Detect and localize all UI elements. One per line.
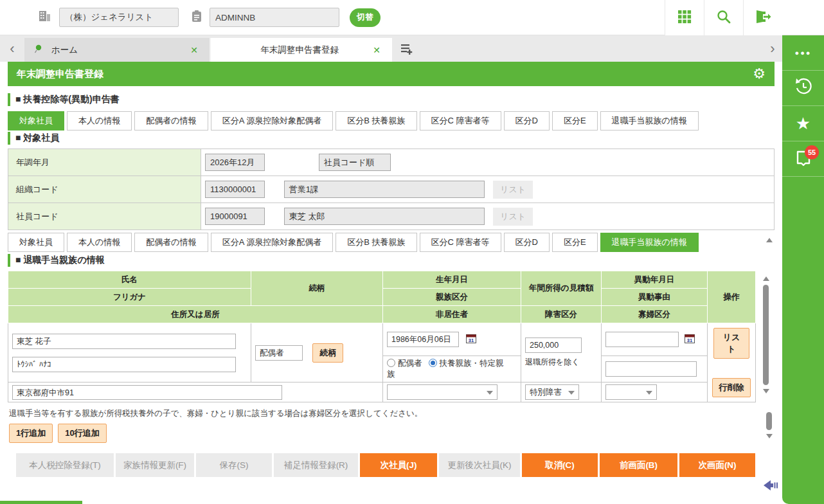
rail-notifications-button[interactable]: 55	[782, 141, 824, 177]
add-ten-rows-button[interactable]: 10行追加	[58, 424, 106, 443]
subtab-kubun-b[interactable]: 区分B 扶養親族	[336, 111, 416, 130]
subtab-taishoku-2[interactable]: 退職手当親族の情報	[600, 233, 699, 252]
close-icon[interactable]: ✕	[370, 45, 383, 55]
change-reason-input[interactable]	[605, 361, 697, 377]
horizontal-scrollbar-thumb[interactable]	[0, 501, 82, 504]
subtab-kubun-a-2[interactable]: 区分A 源泉控除対象配偶者	[211, 233, 334, 252]
nonresident-select[interactable]	[387, 384, 497, 400]
subtab-kubun-e-2[interactable]: 区分E	[552, 233, 598, 252]
search-button[interactable]	[704, 0, 743, 35]
shain-list-button: リスト	[493, 208, 533, 226]
subtab-honnin[interactable]: 本人の情報	[67, 111, 132, 130]
rail-more-button[interactable]: ●●●	[782, 35, 824, 71]
subtab-row-bottom: 対象社員 本人の情報 配偶者の情報 区分A 源泉控除対象配偶者 区分B 扶養親族…	[8, 233, 775, 252]
subtab-kubun-e[interactable]: 区分E	[552, 111, 598, 130]
svg-text:31: 31	[469, 338, 474, 343]
cancel-button[interactable]: 取消(C)	[522, 453, 598, 477]
supplement-register-button: 補足情報登録(R)	[274, 453, 358, 477]
next-employee-button[interactable]: 次社員(J)	[360, 453, 437, 477]
outer-scroll-down-arrow[interactable]	[766, 434, 773, 438]
page-title-bar: 年末調整申告書登録 ⚙	[8, 62, 775, 86]
subtab-kubun-c[interactable]: 区分C 障害者等	[420, 111, 501, 130]
relation-lookup-button[interactable]: 続柄	[312, 343, 343, 363]
switch-button[interactable]: 切替	[350, 8, 381, 27]
calendar-icon[interactable]: 31	[466, 336, 476, 345]
collapse-panel-arrow-icon[interactable]	[764, 479, 780, 494]
footer-button-bar: 本人税控除登録(T) 家族情報更新(F) 保存(S) 補足情報登録(R) 次社員…	[16, 453, 775, 477]
col-nonresident: 非居住者	[383, 306, 521, 323]
birthdate-input[interactable]: 1986年06月06日	[387, 332, 459, 347]
name-input[interactable]: 東芝 花子	[12, 334, 236, 349]
tab-home[interactable]: ホーム ✕	[24, 38, 211, 62]
kinship-radio-spouse[interactable]	[387, 359, 395, 367]
kinship-radio-dependent[interactable]	[429, 359, 437, 367]
subtab-taishoku[interactable]: 退職手当親族の情報	[600, 111, 699, 130]
kinship-radio-spouse-label: 配偶者	[398, 359, 422, 368]
shain-code-field: 19000091	[205, 208, 265, 225]
col-birth: 生年月日	[383, 271, 521, 289]
row-list-button[interactable]: リスト	[713, 328, 749, 359]
calendar-icon[interactable]: 31	[685, 336, 695, 345]
subtab-taisho-shain-2[interactable]: 対象社員	[8, 233, 64, 252]
family-info-update-button: 家族情報更新(F)	[116, 453, 194, 477]
subtab-haigusha[interactable]: 配偶者の情報	[134, 111, 208, 130]
ellipsis-icon: ●●●	[795, 49, 812, 57]
tab-nenmatsu[interactable]: 年末調整申告書登録 ✕	[211, 38, 392, 62]
table-scroll-down-arrow[interactable]	[763, 389, 769, 393]
pin-icon	[33, 44, 42, 56]
income-input[interactable]: 250,000	[525, 338, 582, 353]
soshiki-list-button: リスト	[493, 181, 533, 199]
widow-hint-text: 退職手当等を有する親族が所得税扶養外の子で、寡婦・ひとり親に該当する場合は寡婦区…	[9, 408, 775, 419]
table-row: 東京都府中市91 特別障害	[8, 382, 756, 402]
rail-history-button[interactable]	[782, 71, 824, 106]
widow-select[interactable]	[605, 384, 657, 400]
col-change-date: 異動年月日	[602, 271, 708, 289]
kana-input[interactable]: ﾄｳｼﾊﾞ ﾊﾅｺ	[12, 357, 236, 372]
soshiki-label: 組織コード	[8, 176, 201, 203]
company-field[interactable]	[59, 8, 179, 27]
outer-scrollbar-thumb[interactable]	[766, 412, 772, 430]
row-delete-button[interactable]: 行削除	[712, 378, 751, 397]
table-scroll-up-arrow[interactable]	[763, 276, 769, 281]
svg-text:31: 31	[687, 338, 692, 343]
previous-screen-button[interactable]: 前画面(B)	[600, 453, 677, 477]
tab-list-add-button[interactable]	[392, 38, 422, 62]
shain-name-field: 東芝 太郎	[284, 208, 485, 225]
subtab-kubun-d-2[interactable]: 区分D	[504, 233, 550, 252]
subtab-haigusha-2[interactable]: 配偶者の情報	[134, 233, 208, 252]
subtab-kubun-d[interactable]: 区分D	[504, 111, 550, 130]
table-scrollbar-thumb[interactable]	[763, 285, 769, 385]
subtab-kubun-c-2[interactable]: 区分C 障害者等	[420, 233, 501, 252]
gear-icon[interactable]: ⚙	[753, 67, 766, 81]
section-target: ■ 対象社員	[8, 132, 775, 145]
subtab-taisho-shain[interactable]: 対象社員	[8, 111, 64, 130]
user-field[interactable]	[210, 8, 339, 27]
top-header: 切替	[0, 0, 824, 35]
tabs-scroll-right-button[interactable]: ›	[763, 35, 782, 62]
relation-input[interactable]: 配偶者	[255, 345, 303, 361]
outer-scroll-up-arrow[interactable]	[766, 238, 773, 242]
shain-label: 社員コード	[8, 203, 201, 230]
address-input[interactable]: 東京都府中市91	[12, 385, 282, 400]
logout-button[interactable]	[743, 0, 782, 35]
tab-strip: ‹ ホーム ✕ 年末調整申告書登録 ✕ ›	[0, 35, 782, 62]
subtab-honnin-2[interactable]: 本人の情報	[67, 233, 132, 252]
close-icon[interactable]: ✕	[188, 45, 201, 55]
col-relation: 続柄	[251, 271, 383, 306]
tabs-scroll-left-button[interactable]: ‹	[0, 35, 24, 62]
disability-select[interactable]: 特別障害	[525, 384, 579, 400]
subtab-kubun-b-2[interactable]: 区分B 扶養親族	[336, 233, 416, 252]
change-date-input[interactable]	[605, 332, 679, 347]
rail-favorites-button[interactable]: ★	[782, 106, 824, 141]
form-row-nencho: 年調年月 2026年12月 社員コード順	[8, 149, 775, 176]
subtab-kubun-a[interactable]: 区分A 源泉控除対象配偶者	[211, 111, 334, 130]
col-widow: 寡婦区分	[602, 306, 708, 323]
page-title: 年末調整申告書登録	[17, 68, 753, 80]
col-change-reason: 異動事由	[602, 289, 708, 306]
form-row-soshiki: 組織コード 1130000001 営業1課 リスト	[8, 176, 775, 203]
apps-grid-button[interactable]	[665, 0, 704, 35]
personal-tax-deduction-button: 本人税控除登録(T)	[16, 453, 114, 477]
save-button: 保存(S)	[196, 453, 272, 477]
next-screen-button[interactable]: 次画面(N)	[679, 453, 755, 477]
add-one-row-button[interactable]: 1行追加	[9, 424, 53, 443]
